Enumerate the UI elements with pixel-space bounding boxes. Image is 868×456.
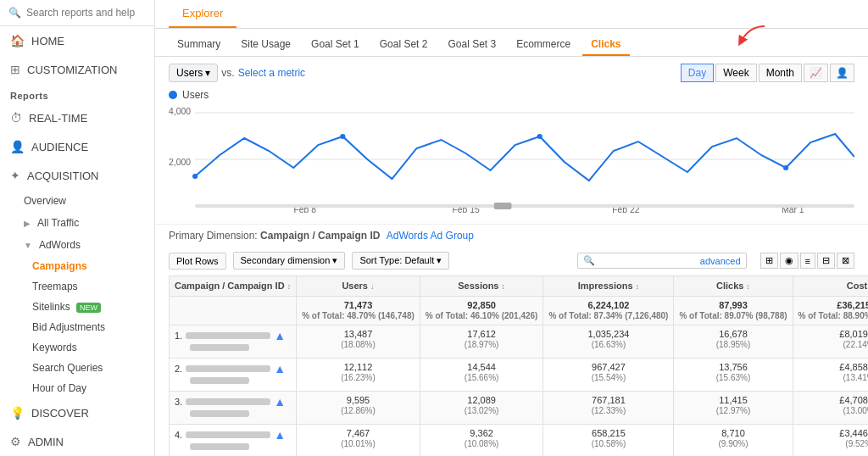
plot-rows-btn[interactable]: Plot Rows <box>169 253 226 270</box>
pie-view-btn[interactable]: ◉ <box>780 253 798 269</box>
vs-label: vs. <box>221 67 234 79</box>
row4-clicks: 8,710(9.90%) <box>674 424 793 456</box>
row4-users: 7,467(10.01%) <box>297 424 420 456</box>
row3-num: 3. <box>175 397 182 407</box>
row2-users: 12,112(16.23%) <box>297 358 420 391</box>
table-search-icon: 🔍 <box>583 255 595 266</box>
tab-goal-set-3[interactable]: Goal Set 3 <box>439 34 504 56</box>
bar-chart-btn[interactable]: 👤 <box>830 64 854 82</box>
th-impressions[interactable]: Impressions ↕ <box>543 275 674 296</box>
users-metric-btn[interactable]: Users ▾ <box>169 64 218 82</box>
sidebar-item-hour-of-day[interactable]: Hour of Day <box>0 378 154 398</box>
total-impressions: 6,224,102 % of Total: 87.34% (7,126,480) <box>543 296 674 325</box>
sidebar-item-keywords[interactable]: Keywords <box>0 337 154 358</box>
month-btn[interactable]: Month <box>759 64 802 82</box>
sort-type-btn[interactable]: Sort Type: Default ▾ <box>352 252 449 270</box>
metric-dropdown-icon: ▾ <box>205 67 210 79</box>
th-cost[interactable]: Cost ↕ <box>793 275 868 296</box>
primary-dimension-row: Primary Dimension: Campaign / Campaign I… <box>155 224 868 247</box>
sidebar-item-realtime[interactable]: ⏱ REAL-TIME <box>0 103 154 132</box>
legend-label: Users <box>182 89 209 101</box>
row1-blurred-name <box>186 332 270 339</box>
sidebar-overview-label: Overview <box>24 195 66 207</box>
tab-summary[interactable]: Summary <box>169 34 229 56</box>
primary-dim-current: Campaign / Campaign ID <box>260 230 380 242</box>
reports-section-label: Reports <box>0 84 154 103</box>
row3-sessions: 12,089(13.02%) <box>420 391 543 424</box>
week-btn[interactable]: Week <box>715 64 756 82</box>
sort-type-dropdown-icon: ▾ <box>437 255 442 265</box>
pivot-view-btn[interactable]: ⊟ <box>817 253 835 269</box>
search-bar[interactable]: 🔍 <box>0 0 154 26</box>
sidebar-item-acquisition[interactable]: ✦ ACQUISITION <box>0 161 154 190</box>
sidebar-item-bid-adjustments[interactable]: Bid Adjustments <box>0 317 154 337</box>
secondary-dim-label: Secondary dimension <box>241 255 331 265</box>
acquisition-icon: ✦ <box>10 169 20 182</box>
row1-num: 1. <box>175 331 182 341</box>
search-input[interactable] <box>26 7 146 19</box>
hour-of-day-label: Hour of Day <box>32 382 86 394</box>
table-search-box[interactable]: 🔍 advanced <box>577 253 747 269</box>
row2-blurred-name <box>186 365 270 372</box>
tab-clicks[interactable]: Clicks <box>582 34 629 56</box>
treemaps-label: Treemaps <box>32 281 78 292</box>
explorer-tab[interactable]: Explorer <box>169 0 236 28</box>
tab-site-usage[interactable]: Site Usage <box>232 34 299 56</box>
secondary-dim-btn[interactable]: Secondary dimension ▾ <box>233 252 346 270</box>
sidebar-item-campaigns[interactable]: Campaigns <box>0 256 154 276</box>
sidebar-sub-adwords[interactable]: ▼ AdWords <box>0 234 154 256</box>
sidebar-item-treemaps[interactable]: Treemaps <box>0 276 154 297</box>
line-chart-btn[interactable]: 📈 <box>804 64 828 82</box>
bar-view-btn[interactable]: ≡ <box>800 253 815 269</box>
svg-text:2,000: 2,000 <box>169 158 191 167</box>
tab-goal-set-2[interactable]: Goal Set 2 <box>371 34 437 56</box>
compare-view-btn[interactable]: ⊠ <box>837 253 854 269</box>
row4-adwords-icon: ▲ <box>274 428 286 442</box>
sidebar-realtime-label: REAL-TIME <box>29 112 87 125</box>
table-row: 2. ▲ 12,112(16.23%) 14,544(15.66%) 967,4… <box>170 358 869 391</box>
metric-selector: Users ▾ vs. Select a metric <box>169 64 305 82</box>
th-campaign[interactable]: Campaign / Campaign ID ↕ <box>170 275 297 296</box>
th-clicks[interactable]: Clicks ↕ <box>674 275 793 296</box>
grid-view-btn[interactable]: ⊞ <box>760 253 778 269</box>
row3-users: 9,595(12.86%) <box>297 391 420 424</box>
tab-goal-set-1[interactable]: Goal Set 1 <box>303 34 368 56</box>
sidebar-item-sitelinks[interactable]: Sitelinks NEW <box>0 297 154 317</box>
th-sessions[interactable]: Sessions ↕ <box>420 275 543 296</box>
discover-icon: 💡 <box>10 406 25 420</box>
svg-rect-15 <box>494 203 512 209</box>
secondary-dim-dropdown-icon: ▾ <box>332 255 337 265</box>
sidebar-item-home[interactable]: 🏠 HOME <box>0 26 154 55</box>
sidebar-all-traffic-label: All Traffic <box>37 217 79 229</box>
row2-impressions: 967,427(15.54%) <box>543 358 674 391</box>
adwords-ad-group-link[interactable]: AdWords Ad Group <box>387 230 474 242</box>
sidebar-item-audience[interactable]: 👤 AUDIENCE <box>0 132 154 161</box>
sidebar-item-customization-label: CUSTOMIZATION <box>27 64 117 76</box>
row3-campaign: 3. ▲ <box>170 391 297 424</box>
sidebar-item-discover[interactable]: 💡 DISCOVER <box>0 398 154 427</box>
sidebar-item-customization[interactable]: ⊞ CUSTOMIZATION <box>0 55 154 84</box>
row2-blurred-name2 <box>190 377 249 384</box>
table-row: 3. ▲ 9,595(12.86%) 12,089(13.02%) 767,18… <box>170 391 869 424</box>
bid-adjustments-label: Bid Adjustments <box>32 321 105 333</box>
sub-tabs-bar: Summary Site Usage Goal Set 1 Goal Set 2… <box>155 29 868 57</box>
select-metric-link[interactable]: Select a metric <box>238 67 305 79</box>
sidebar-audience-label: AUDIENCE <box>31 141 88 153</box>
primary-dim-label: Primary Dimension: <box>169 230 258 242</box>
sidebar-item-admin[interactable]: ⚙ ADMIN <box>0 427 154 456</box>
sidebar-sub-overview[interactable]: Overview <box>0 190 154 212</box>
table-row: 1. ▲ 13,487(18.08%) 17,612(18.97%) 1,035… <box>170 325 869 358</box>
th-users[interactable]: Users ↓ <box>297 275 420 296</box>
sidebar-item-search-queries[interactable]: Search Queries <box>0 358 154 378</box>
table-search-input[interactable] <box>595 256 697 266</box>
row3-cost: £4,708.35(13.00%) <box>793 391 868 424</box>
tab-ecommerce[interactable]: Ecommerce <box>508 34 579 56</box>
svg-text:4,000: 4,000 <box>169 107 191 116</box>
day-btn[interactable]: Day <box>681 64 714 82</box>
svg-point-7 <box>340 134 345 139</box>
advanced-link[interactable]: advanced <box>700 256 741 266</box>
sidebar-admin-label: ADMIN <box>28 436 64 448</box>
search-queries-label: Search Queries <box>32 362 103 374</box>
users-metric-label: Users <box>176 67 203 79</box>
sidebar-sub-all-traffic[interactable]: ▶ All Traffic <box>0 212 154 234</box>
